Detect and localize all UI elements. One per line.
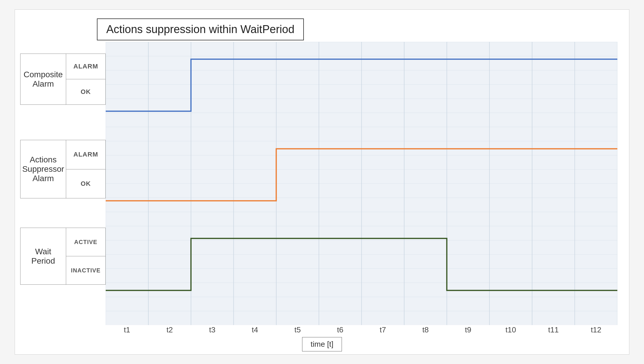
suppressor-alarm-label-box: ActionsSuppressorAlarm ALARM OK (20, 140, 106, 198)
time-axis: t1 t2 t3 t4 t5 t6 t7 t8 t9 t10 t11 (106, 325, 617, 334)
wait-period-state-inactive: INACTIVE (66, 256, 105, 284)
suppressor-alarm-state-ok: OK (66, 169, 105, 198)
time-tick-t5: t5 (276, 325, 319, 334)
chart-svg (106, 42, 617, 325)
time-tick-t10: t10 (489, 325, 532, 334)
time-tick-t2: t2 (148, 325, 191, 334)
wait-period-label-box: WaitPeriod ACTIVE INACTIVE (20, 228, 106, 285)
composite-alarm-state-ok: OK (66, 79, 105, 104)
suppressor-alarm-label: ActionsSuppressorAlarm (20, 140, 66, 198)
time-tick-t1: t1 (106, 325, 148, 334)
time-tick-t8: t8 (404, 325, 447, 334)
composite-alarm-label-box: CompositeAlarm ALARM OK (20, 54, 106, 105)
time-tick-t6: t6 (319, 325, 362, 334)
time-axis-label: time [t] (302, 337, 342, 351)
composite-alarm-state-alarm: ALARM (66, 54, 105, 79)
time-tick-t7: t7 (362, 325, 404, 334)
time-tick-t9: t9 (447, 325, 489, 334)
chart-title: Actions suppression within WaitPeriod (97, 18, 304, 40)
time-tick-t12: t12 (575, 325, 617, 334)
composite-alarm-states: ALARM OK (66, 54, 105, 104)
wait-period-states: ACTIVE INACTIVE (66, 228, 105, 284)
time-tick-t4: t4 (234, 325, 276, 334)
composite-alarm-label: CompositeAlarm (20, 54, 66, 104)
suppressor-alarm-state-alarm: ALARM (66, 140, 105, 169)
time-tick-t11: t11 (532, 325, 575, 334)
wait-period-label: WaitPeriod (20, 228, 66, 284)
wait-period-state-active: ACTIVE (66, 228, 105, 256)
chart-container: Actions suppression within WaitPeriod (15, 9, 629, 355)
time-tick-t3: t3 (191, 325, 234, 334)
suppressor-alarm-states: ALARM OK (66, 140, 105, 198)
